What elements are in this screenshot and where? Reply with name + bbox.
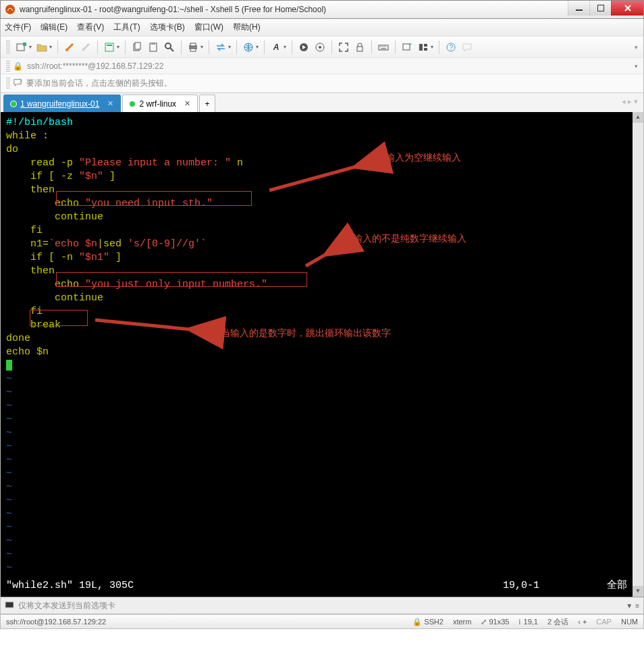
scroll-up-icon[interactable]: ▲ [633, 112, 643, 123]
lock-icon[interactable] [354, 41, 366, 53]
highlight-box-3 [30, 310, 88, 326]
status-address: ssh://root@192.168.57.129:22 [6, 618, 106, 626]
add-tab-button[interactable]: + [199, 94, 215, 112]
status-extra: ‹ + [578, 618, 587, 626]
compose-bar: 仅将文本发送到当前选项卡 ▼≡ [0, 597, 644, 614]
svg-rect-33 [6, 602, 14, 607]
address-overflow-icon[interactable]: ▾ [635, 63, 638, 70]
app-icon [5, 4, 16, 15]
svg-rect-11 [151, 43, 155, 45]
print-icon[interactable] [187, 41, 199, 53]
svg-text:?: ? [450, 44, 454, 51]
titlebar: wangruifenglinux-01 - root@wangruifeng-0… [0, 0, 644, 19]
chat-icon[interactable] [461, 41, 473, 53]
layout-icon[interactable] [417, 41, 429, 53]
compose-menu-icon[interactable]: ≡ [635, 602, 639, 610]
cursor [6, 360, 12, 371]
properties-icon[interactable] [103, 41, 115, 53]
status-size: ⤢ 91x35 [481, 618, 509, 626]
chevron-icon[interactable]: ‹ [578, 618, 581, 626]
address-text[interactable]: ssh://root:********@192.168.57.129:22 [27, 61, 163, 71]
status-proto: 🔒 SSH2 [412, 618, 444, 626]
tab-next-icon[interactable]: ▸ [628, 97, 632, 105]
highlight-box-2 [56, 272, 307, 287]
fullscreen-icon[interactable] [338, 41, 350, 53]
vim-status: "while2.sh" 19L, 305C 19,0-1 全部 [6, 579, 627, 593]
new-session-icon[interactable] [16, 41, 28, 53]
menu-window[interactable]: 窗口(W) [194, 22, 223, 33]
tab-1-label: 1 wangruifenglinux-01 [20, 99, 99, 109]
menu-file[interactable]: 文件(F) [5, 22, 31, 33]
compose-dropdown-icon[interactable]: ▼ [626, 602, 633, 610]
globe-icon[interactable] [242, 41, 254, 53]
add-session-icon[interactable] [13, 78, 22, 89]
font-icon[interactable]: A [270, 41, 282, 53]
svg-rect-15 [190, 49, 196, 51]
window-buttons [568, 1, 643, 16]
script-icon[interactable] [298, 41, 310, 53]
plus-icon[interactable]: + [583, 618, 587, 626]
lock-icon: 🔒 [412, 618, 424, 626]
paste-icon[interactable] [147, 41, 159, 53]
lock-small-icon: 🔒 [13, 61, 23, 71]
close-tab-icon[interactable]: ✕ [107, 99, 113, 108]
annotation-3: 当输入的是数字时，跳出循环输出该数字 [221, 327, 391, 340]
status-cap: CAP [596, 618, 612, 626]
grip-icon [6, 40, 10, 54]
vim-file: "while2.sh" 19L, 305C [6, 579, 134, 593]
tab-1[interactable]: 1 wangruifenglinux-01 ✕ [3, 94, 121, 112]
annotation-1: 输入为空继续输入 [385, 151, 461, 165]
tab-prev-icon[interactable]: ◂ [622, 97, 626, 105]
menubar: 文件(F) 编辑(E) 查看(V) 工具(T) 选项卡(B) 窗口(W) 帮助(… [0, 19, 644, 36]
highlight-box-1 [56, 191, 252, 206]
tip-bar: 要添加当前会话，点击左侧的箭头按钮。 [0, 74, 644, 93]
svg-rect-24 [419, 44, 423, 51]
menu-edit[interactable]: 编辑(E) [41, 22, 68, 33]
compose-placeholder[interactable]: 仅将文本发送到当前选项卡 [18, 600, 639, 612]
svg-rect-1 [576, 9, 583, 11]
scroll-down-icon[interactable]: ▼ [633, 586, 643, 597]
svg-rect-20 [357, 47, 363, 51]
disconnect-icon[interactable] [80, 41, 92, 53]
menu-help[interactable]: 帮助(H) [233, 22, 261, 33]
transfer-icon[interactable] [215, 41, 227, 53]
minimize-button[interactable] [568, 1, 589, 16]
keyboard-icon[interactable] [377, 41, 390, 53]
copy-icon[interactable] [131, 41, 143, 53]
grip-icon [6, 78, 10, 90]
svg-rect-25 [424, 44, 427, 47]
svg-point-12 [165, 43, 171, 49]
annotation-2: 输入的不是纯数字继续输入 [353, 232, 466, 246]
target-icon[interactable] [314, 41, 326, 53]
status-dot-icon [130, 101, 135, 107]
compose-icon[interactable] [5, 600, 14, 612]
toolbar-overflow-icon[interactable]: ▾ [635, 44, 638, 51]
tab-menu-icon[interactable]: ▾ [634, 97, 638, 105]
close-tab-icon[interactable]: ✕ [184, 99, 190, 108]
svg-rect-7 [107, 45, 112, 46]
svg-point-0 [5, 5, 15, 14]
layout-add-icon[interactable]: + [401, 41, 413, 53]
open-icon[interactable] [36, 41, 48, 53]
terminal[interactable]: #!/bin/bash while : do read -p "Please i… [0, 112, 644, 597]
tab-2[interactable]: 2 wrf-linux ✕ [122, 94, 198, 112]
help-icon[interactable]: ? [445, 41, 457, 53]
tip-text: 要添加当前会话，点击左侧的箭头按钮。 [26, 78, 172, 89]
tab-2-label: 2 wrf-linux [139, 99, 176, 109]
menu-view[interactable]: 查看(V) [77, 22, 104, 33]
svg-rect-14 [190, 43, 196, 46]
menu-tabs[interactable]: 选项卡(B) [150, 22, 185, 33]
svg-rect-2 [597, 5, 604, 11]
close-button[interactable] [611, 1, 643, 16]
svg-rect-4 [23, 43, 26, 46]
tab-nav: ◂ ▸ ▾ [622, 97, 638, 106]
vim-pos: 19,0-1 [503, 579, 539, 593]
menu-tools[interactable]: 工具(T) [113, 22, 140, 33]
search-icon[interactable] [163, 41, 176, 53]
connect-icon[interactable] [63, 41, 76, 53]
grip-icon [6, 61, 10, 72]
scrollbar[interactable]: ▲ ▼ [633, 112, 643, 597]
status-dot-icon [11, 101, 16, 107]
svg-rect-9 [135, 43, 140, 49]
maximize-button[interactable] [589, 1, 611, 16]
